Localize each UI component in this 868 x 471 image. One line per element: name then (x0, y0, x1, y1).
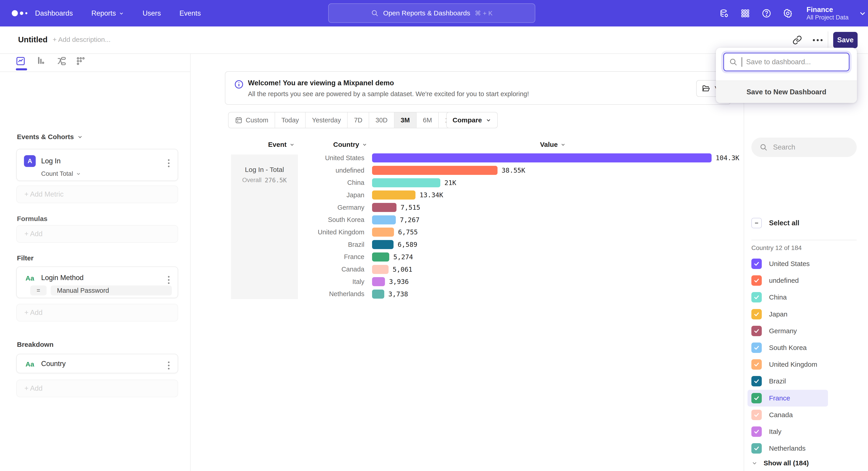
add-breakdown-button[interactable]: + Add (16, 380, 178, 397)
apps-grid-icon[interactable] (740, 8, 750, 19)
column-header-country[interactable]: Country (333, 141, 367, 148)
filter-kebab-menu[interactable] (166, 274, 171, 286)
country-filter-row-france[interactable]: France (747, 390, 828, 407)
filter-card-login-method[interactable]: Aa Login Method = Manual Password (16, 266, 178, 298)
filter-value-chip[interactable]: Manual Password (51, 286, 172, 295)
country-checkbox[interactable] (751, 343, 762, 353)
country-filter-row-canada[interactable]: Canada (747, 407, 828, 423)
country-filter-row-undefined[interactable]: undefined (747, 272, 828, 289)
project-switcher[interactable]: Finance All Project Data (807, 0, 866, 27)
save-dashboard-placeholder: Save to dashboard... (746, 58, 811, 66)
breakdown-card-country[interactable]: Aa Country (16, 354, 178, 373)
country-checkbox[interactable] (751, 326, 762, 336)
series-name: Log In - Total (245, 166, 284, 174)
metric-kebab-menu[interactable] (166, 157, 171, 169)
country-filter-row-brazil[interactable]: Brazil (747, 373, 828, 389)
copy-link-button[interactable] (790, 33, 804, 47)
breakdown-kebab-menu[interactable] (166, 360, 171, 371)
report-title[interactable]: Untitled (18, 35, 48, 44)
country-filter-row-italy[interactable]: Italy (747, 423, 828, 440)
country-filter-row-united-states[interactable]: United States (747, 256, 828, 272)
bar-japan[interactable] (372, 190, 415, 200)
bar-germany[interactable] (372, 203, 397, 212)
bar-united-kingdom[interactable] (372, 228, 394, 237)
date-range-3m[interactable]: 3M (395, 112, 416, 128)
tab-flows[interactable] (56, 55, 67, 67)
country-checkbox[interactable] (751, 426, 762, 437)
save-to-new-dashboard-button[interactable]: Save to New Dashboard (716, 81, 857, 103)
chevron-down-icon (560, 142, 566, 147)
events-section-label[interactable]: Events & Cohorts (17, 133, 83, 141)
nav-item-dashboards[interactable]: Dashboards (35, 9, 73, 18)
tab-funnels[interactable] (35, 55, 47, 67)
chevron-down-icon (751, 460, 758, 466)
bar-china[interactable] (372, 178, 440, 187)
nav-item-reports[interactable]: Reports (91, 9, 124, 18)
country-checkbox[interactable] (751, 376, 762, 386)
filter-property-name[interactable]: Login Method (41, 274, 84, 282)
country-filter-row-netherlands[interactable]: Netherlands (747, 440, 828, 457)
more-options-button[interactable] (810, 33, 825, 47)
bar-brazil[interactable] (372, 240, 394, 249)
column-header-value[interactable]: Value (540, 141, 566, 148)
select-all-row[interactable]: Select all (751, 218, 799, 228)
country-filter-row-germany[interactable]: Germany (747, 323, 828, 339)
chart-row-united-states: United States104.3K (299, 152, 742, 164)
date-range-30d[interactable]: 30D (369, 112, 394, 128)
metric-card-log-in[interactable]: A Log In Count Total (16, 149, 178, 181)
filter-operator-chip[interactable]: = (30, 286, 46, 295)
add-metric-button[interactable]: + Add Metric (16, 185, 178, 203)
country-checkbox[interactable] (751, 259, 762, 269)
show-all-button[interactable]: Show all (184) (751, 459, 809, 467)
bar-undefined[interactable] (372, 166, 498, 175)
date-range-7d[interactable]: 7D (348, 112, 369, 128)
tab-retention[interactable] (75, 55, 87, 67)
date-range-yesterday[interactable]: Yesterday (306, 112, 348, 128)
country-checkbox[interactable] (751, 309, 762, 319)
report-description-placeholder[interactable]: + Add description... (53, 36, 111, 43)
data-management-icon[interactable] (719, 8, 729, 19)
global-search-button[interactable]: Open Reports & Dashboards ⌘ + K (328, 3, 535, 23)
save-dashboard-search-input[interactable]: Save to dashboard... (723, 53, 849, 71)
primary-nav: DashboardsReportsUsersEvents (35, 0, 201, 27)
country-checkbox[interactable] (751, 393, 762, 403)
bar-netherlands[interactable] (372, 290, 384, 299)
country-checkbox[interactable] (751, 410, 762, 420)
select-all-checkbox[interactable] (751, 218, 762, 228)
help-icon[interactable] (761, 8, 772, 19)
country-filter-row-china[interactable]: China (747, 289, 828, 306)
project-scope: All Project Data (807, 14, 848, 21)
bar-value-label: 5,274 (393, 253, 413, 261)
bar-south-korea[interactable] (372, 215, 396, 225)
breakdown-property-name[interactable]: Country (41, 360, 66, 368)
compare-button[interactable]: Compare (446, 112, 498, 128)
chart-row-germany: Germany7,515 (299, 201, 742, 214)
bar-italy[interactable] (372, 277, 385, 286)
bar-united-states[interactable] (372, 153, 712, 163)
country-filter-row-japan[interactable]: Japan (747, 306, 828, 323)
add-filter-button[interactable]: + Add (16, 304, 178, 321)
country-checkbox[interactable] (751, 359, 762, 370)
settings-gear-icon[interactable] (782, 8, 793, 19)
mixpanel-logo-icon[interactable] (12, 0, 27, 27)
country-checkbox[interactable] (751, 275, 762, 286)
date-range-6m[interactable]: 6M (416, 112, 439, 128)
country-checkbox[interactable] (751, 292, 762, 302)
column-header-event[interactable]: Event (268, 141, 295, 148)
metric-aggregation-selector[interactable]: Count Total (41, 170, 81, 177)
metric-event-name[interactable]: Log In (41, 157, 61, 165)
country-filter-row-south-korea[interactable]: South Korea (747, 339, 828, 356)
nav-item-users[interactable]: Users (143, 9, 161, 18)
date-range-custom[interactable]: Custom (228, 112, 275, 128)
nav-item-events[interactable]: Events (180, 9, 201, 18)
country-filter-row-united-kingdom[interactable]: United Kingdom (747, 356, 828, 373)
add-formula-button[interactable]: + Add (16, 225, 178, 243)
country-checkbox[interactable] (751, 443, 762, 453)
active-tab-indicator (16, 68, 27, 70)
bar-canada[interactable] (372, 265, 389, 274)
save-button[interactable]: Save (833, 32, 858, 48)
bar-france[interactable] (372, 253, 389, 262)
filter-search-input[interactable]: Search (751, 138, 857, 157)
tab-insights[interactable] (15, 55, 26, 67)
date-range-today[interactable]: Today (275, 112, 306, 128)
